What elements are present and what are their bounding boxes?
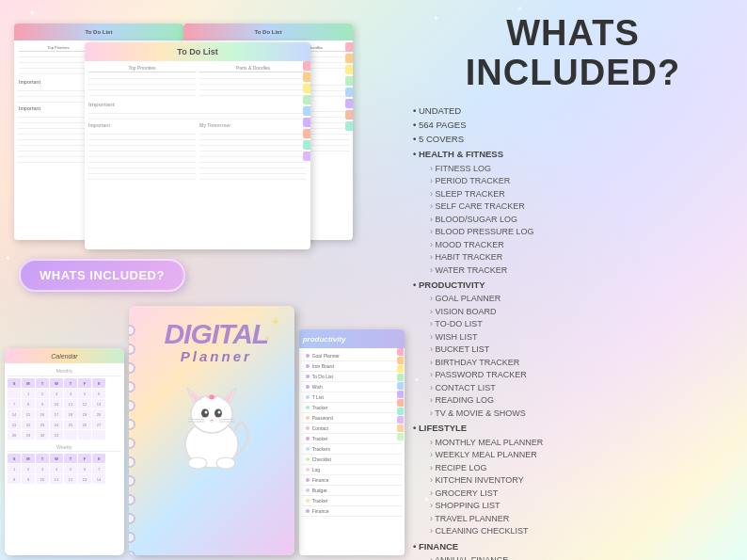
right-panel-title: WHATS INCLUDED? [413, 14, 733, 93]
todo-label-1: To Do List [86, 29, 113, 35]
sub-bucket-list: BUCKET LIST [430, 344, 733, 357]
sub-shopping-list: SHOPPING LIST [430, 500, 733, 513]
page-header-1: To Do List [14, 24, 183, 40]
top-planner-pages: To Do List Top Priorities Notes & Doodle… [9, 9, 405, 259]
svg-point-9 [217, 411, 220, 414]
planner-subtitle: Planner [171, 348, 252, 364]
sub-birthday-tracker: BIRTHDAY TRACKER [430, 357, 733, 370]
sub-goal-planner: GOAL PLANNER [430, 293, 733, 306]
item-covers: 5 COVERS [413, 133, 733, 146]
sub-water-tracker: WATER TRACKER [430, 264, 733, 278]
category-finance: FINANCE [413, 540, 733, 553]
title-line2: INCLUDED? [466, 53, 681, 92]
sub-travel-planner: TRAVEL PLANNER [430, 513, 733, 526]
sub-fitness-log: FITNESS LOG [430, 163, 733, 176]
prod-header: productivity [299, 329, 405, 348]
sub-tv-movies: TV & MOVIE & SHOWS [430, 408, 733, 421]
cat-illustration [165, 369, 259, 472]
digital-planner-cover: DIGITAL Planner [129, 306, 294, 555]
category-lifestyle: LIFESTYLE [413, 422, 733, 435]
tab-strip-2 [345, 42, 353, 131]
productivity-sub-list: GOAL PLANNER VISION BOARD TO-DO LIST WIS… [413, 293, 733, 420]
calendar-grid: Monthly SMTWTFS 123456 78910111213 14151… [5, 363, 124, 488]
svg-point-16 [216, 457, 235, 469]
sub-weekly-meal: WEEKLY MEAL PLANNER [430, 449, 733, 462]
lifestyle-sub-list: MONTHLY MEAL PLANNER WEEKLY MEAL PLANNER… [413, 437, 733, 538]
tab-strip-main [303, 61, 310, 161]
badge-label: WHATS INCLUDED? [40, 268, 165, 282]
sparkle-1: ✦ [271, 315, 280, 328]
prod-label: productivity [303, 335, 346, 344]
included-items-list: UNDATED 564 PAGES 5 COVERS HEALTH & FITN… [413, 104, 733, 560]
whats-included-badge: WHATS INCLUDED? [19, 259, 185, 292]
sub-contact-list: CONTACT LIST [430, 382, 733, 395]
sub-sleep-tracker: SLEEP TRACKER [430, 188, 733, 201]
sparkle-2: ✦ [264, 334, 271, 343]
sub-monthly-meal: MONTHLY MEAL PLANNER [430, 437, 733, 450]
page-header-2: To Do List [183, 24, 353, 40]
sub-period-tracker: PERIOD TRACKER [430, 175, 733, 188]
left-panel: To Do List Top Priorities Notes & Doodle… [0, 0, 405, 560]
svg-point-17 [209, 395, 214, 400]
main-page-header: To Do List [85, 42, 310, 61]
bottom-planner-section: Calendar Monthly SMTWTFS 123456 78910111… [5, 282, 405, 555]
sub-kitchen-inventory: KITCHEN INVENTORY [430, 474, 733, 488]
sub-grocery-list: GROCERY LIST [430, 488, 733, 501]
sub-mood-tracker: MOOD TRACKER [430, 239, 733, 252]
svg-point-8 [204, 411, 207, 414]
sub-recipe-log: RECIPE LOG [430, 462, 733, 475]
sub-cleaning-checklist: CLEANING CHECKLIST [430, 525, 733, 538]
sparkle-3: ✦ [278, 517, 285, 527]
svg-point-15 [188, 457, 207, 469]
calendar-page: Calendar Monthly SMTWTFS 123456 78910111… [5, 348, 124, 555]
spiral-holes [129, 325, 135, 555]
todo-label-2: To Do List [255, 29, 282, 35]
calendar-label: Calendar [51, 353, 77, 360]
sub-blood-pressure: BLOOD PRESSURE LOG [430, 226, 733, 239]
right-panel: WHATS INCLUDED? UNDATED 564 PAGES 5 COVE… [404, 0, 747, 560]
calendar-header: Calendar [5, 348, 124, 363]
health-sub-list: FITNESS LOG PERIOD TRACKER SLEEP TRACKER… [413, 163, 733, 278]
sub-vision-board: VISION BOARD [430, 306, 733, 319]
title-line1: WHATS [506, 13, 640, 53]
category-productivity: PRODUCTIVITY [413, 279, 733, 292]
item-undated: UNDATED [413, 104, 733, 118]
sub-todo-list: TO-DO LIST [430, 318, 733, 331]
sub-password-tracker: PASSWORD TRACKER [430, 369, 733, 382]
sub-wish-list: WISH LIST [430, 331, 733, 344]
digital-title: DIGITAL [154, 320, 268, 348]
productivity-page: productivity Goal Planner Iron Board To … [299, 329, 405, 555]
sub-annual-finance: ANNUAL FINANCE [430, 554, 733, 560]
sub-reading-log: READING LOG [430, 394, 733, 408]
todo-page-main: To Do List Top Priorities Parts & Doodle… [85, 42, 310, 249]
sub-blood-sugar: BLOOD/SUGAR LOG [430, 214, 733, 227]
finance-sub-list: ANNUAL FINANCE MONTHLY BUDGET EXPENSE TR… [413, 554, 733, 560]
sub-self-care: SELF CARE TRACKER [430, 200, 733, 214]
main-todo-label: To Do List [177, 47, 217, 56]
prod-tab-strip [397, 348, 405, 440]
category-health: HEALTH & FITNESS [413, 148, 733, 161]
item-pages: 564 PAGES [413, 119, 733, 132]
sub-habit-tracker: HABIT TRACKER [430, 251, 733, 264]
